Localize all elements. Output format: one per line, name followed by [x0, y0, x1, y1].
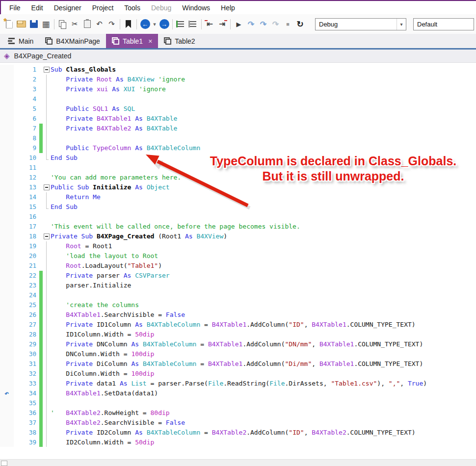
- code-token: SQL1: [93, 105, 108, 112]
- modules-icon[interactable]: ▦: [40, 18, 52, 30]
- line-number: 17: [14, 222, 39, 232]
- code-token: [51, 272, 66, 279]
- code-editor[interactable]: 1Sub Class_Globals2 Private Root As B4XV…: [0, 63, 476, 447]
- scrollbar-grip[interactable]: [1, 461, 7, 466]
- editor-margin: [0, 369, 14, 379]
- change-bar-empty: [39, 202, 43, 212]
- code-token: Private: [66, 115, 97, 122]
- tab-table2[interactable]: Table2: [158, 34, 201, 48]
- code-token: ,: [304, 429, 312, 436]
- code-token: ID2Column.Width =: [51, 439, 135, 446]
- line-number: 15: [14, 202, 39, 212]
- menu-item-designer[interactable]: Designer: [49, 2, 87, 14]
- code-token: ): [223, 233, 227, 240]
- uncomment-icon[interactable]: [187, 18, 199, 30]
- fold-collapse-icon[interactable]: [44, 67, 50, 73]
- code-token: B4XTable1: [312, 321, 346, 328]
- line-number: 14: [14, 192, 39, 202]
- code-token: [51, 115, 66, 122]
- step-out-icon[interactable]: ↷: [269, 18, 282, 30]
- menu-item-edit[interactable]: Edit: [26, 2, 49, 14]
- editor-margin: [0, 84, 14, 94]
- step-over-icon[interactable]: ↷: [245, 18, 257, 30]
- run-icon[interactable]: ▶: [233, 18, 245, 30]
- code-token: B4XTable1: [208, 340, 242, 348]
- menu-item-debug[interactable]: Debug: [146, 2, 177, 14]
- tab-b4xmainpage[interactable]: B4XMainPage: [39, 34, 106, 48]
- code-token: (Root1: [154, 233, 185, 240]
- code-token: Public Sub: [51, 183, 93, 191]
- fold-column: [43, 173, 51, 182]
- config-profile-combobox[interactable]: Default: [413, 18, 474, 30]
- tab-close-icon[interactable]: ×: [148, 37, 152, 45]
- fold-column: [43, 153, 51, 163]
- menu-item-help[interactable]: Help: [215, 2, 240, 14]
- config-profile-value: Default: [414, 21, 437, 28]
- fold-collapse-icon[interactable]: [44, 233, 50, 239]
- tab-main[interactable]: Main: [2, 34, 39, 48]
- code-line: 19 Root = Root1: [0, 241, 476, 251]
- breadcrumb[interactable]: ◈ B4XPage_Created: [0, 50, 476, 63]
- build-configuration-combobox[interactable]: Debug ▾: [315, 18, 406, 30]
- cut-icon[interactable]: ✂: [69, 18, 81, 30]
- change-bar-empty: [39, 65, 43, 75]
- menu-item-project[interactable]: Project: [87, 2, 119, 14]
- code-text: 'load the layout to Root: [51, 251, 476, 261]
- nav-back-dropdown-icon[interactable]: ▾: [151, 18, 158, 30]
- code-line: 14 Return Me: [0, 192, 476, 202]
- fold-column: [43, 124, 51, 133]
- code-token: .AddColumn(: [246, 429, 289, 436]
- line-number: 16: [14, 212, 39, 222]
- outdent-icon[interactable]: ⇤: [204, 18, 216, 30]
- code-line: 29 Private DNColumn As B4XTableColumn = …: [0, 339, 476, 349]
- code-line: 33 Private data1 As List = parser.Parse(…: [0, 379, 476, 388]
- code-line: 17'This event will be called once, befor…: [0, 222, 476, 232]
- code-token: [51, 85, 66, 93]
- code-token: B4XTable2: [66, 419, 100, 426]
- nav-back-icon[interactable]: ←: [139, 18, 151, 30]
- menu-item-windows[interactable]: Windows: [177, 2, 215, 14]
- code-token: As: [131, 360, 142, 367]
- code-text: ID1Column.Width = 50dip: [51, 330, 476, 339]
- editor-margin: [0, 241, 14, 251]
- restart-icon[interactable]: ↻: [294, 18, 306, 30]
- stop-icon[interactable]: ■: [282, 18, 294, 30]
- fold-collapse-icon[interactable]: [44, 184, 50, 190]
- new-file-icon[interactable]: [3, 18, 15, 30]
- nav-forward-icon[interactable]: →: [158, 18, 170, 30]
- open-icon[interactable]: [15, 18, 27, 30]
- editor-margin: [0, 261, 14, 271]
- undo-icon[interactable]: ↶: [93, 18, 106, 30]
- line-number: 1: [14, 65, 39, 75]
- comment-icon[interactable]: [175, 18, 187, 30]
- code-lines: 1Sub Class_Globals2 Private Root As B4XV…: [0, 63, 476, 447]
- horizontal-scrollbar[interactable]: [0, 459, 476, 466]
- code-line: 15End Sub: [0, 202, 476, 212]
- menu-item-tools[interactable]: Tools: [119, 2, 146, 14]
- tab-table1[interactable]: Table1×: [106, 34, 158, 48]
- code-text: Private data1 As List = parser.Parse(Fil…: [51, 379, 476, 388]
- bookmark-icon[interactable]: [122, 18, 134, 30]
- code-token: SQL: [124, 105, 135, 112]
- code-text: ID2Column.Width = 50dip: [51, 438, 476, 447]
- fold-column: [43, 418, 51, 428]
- paste-icon[interactable]: [81, 18, 93, 30]
- step-into-icon[interactable]: ↷: [257, 18, 269, 30]
- combo-dropdown-arrow-icon[interactable]: ▾: [397, 19, 406, 30]
- indent-icon[interactable]: ⇥: [216, 18, 228, 30]
- line-number: 7: [14, 124, 39, 133]
- code-token: ': [51, 409, 54, 416]
- menu-item-file[interactable]: File: [4, 2, 26, 14]
- code-token: 80dip: [151, 409, 170, 416]
- redo-icon[interactable]: ↷: [106, 18, 118, 30]
- copy-icon[interactable]: [56, 18, 69, 30]
- code-token: parser: [97, 272, 124, 279]
- code-text: Private parser As CSVParser: [51, 271, 476, 281]
- save-icon[interactable]: [27, 18, 40, 30]
- code-token: [51, 262, 66, 269]
- code-line: 21 Root.LoadLayout("Table1"): [0, 261, 476, 271]
- tab-label: Main: [19, 37, 33, 45]
- code-token: [51, 389, 66, 397]
- code-text: DNColumn.Width = 100dip: [51, 349, 476, 359]
- class-icon: [164, 37, 171, 45]
